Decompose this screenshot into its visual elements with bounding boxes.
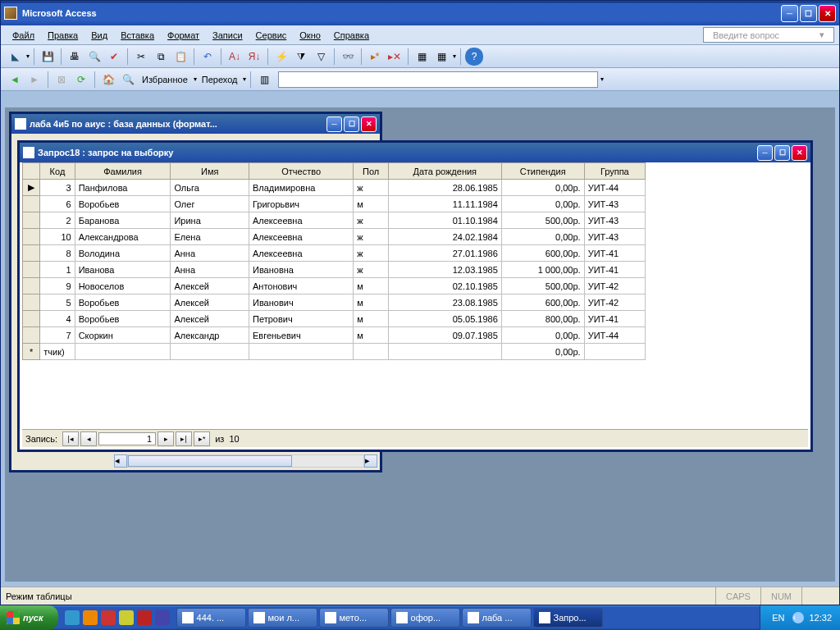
task-item[interactable]: мето... [319, 608, 389, 628]
db-titlebar[interactable]: лаба 4и5 по аиус : база данных (формат..… [11, 114, 380, 134]
nav-new-button[interactable]: ▸* [194, 431, 210, 446]
menu-edit[interactable]: Правка [41, 28, 84, 43]
filter-toggle-icon[interactable]: ▽ [312, 48, 330, 66]
nav-prev-button[interactable]: ◂ [80, 431, 97, 446]
menu-window[interactable]: Окно [293, 28, 327, 43]
favorites-menu[interactable]: Избранное [139, 75, 191, 84]
query-close-button[interactable]: ✕ [792, 145, 807, 161]
spell-icon[interactable]: ✔ [105, 48, 123, 66]
delete-record-icon[interactable]: ▸✕ [386, 48, 404, 66]
minimize-button[interactable]: ─ [781, 5, 798, 22]
new-record-icon[interactable]: ▸* [366, 48, 384, 66]
print-preview-icon[interactable]: 🔍 [85, 48, 103, 66]
db-hscrollbar[interactable]: ◂ ▸ [114, 454, 377, 468]
table-row[interactable]: ▶3ПанфиловаОльгаВладимировнаж28.06.19850… [23, 180, 646, 196]
address-input[interactable] [278, 71, 598, 88]
copy-icon[interactable]: ⧉ [152, 48, 170, 66]
table-row[interactable]: 1ИвановаАннаИвановнаж12.03.19851 000,00р… [23, 262, 646, 278]
query-minimize-button[interactable]: ─ [757, 145, 773, 161]
query-window[interactable]: Запрос18 : запрос на выборку ─ ☐ ✕ КодФа… [17, 140, 813, 452]
column-header[interactable]: Стипендия [501, 163, 584, 180]
folder-icon[interactable]: ▥ [255, 71, 273, 89]
menu-format[interactable]: Формат [161, 28, 206, 43]
cut-icon[interactable]: ✂ [132, 48, 150, 66]
lang-indicator[interactable]: EN [769, 613, 788, 623]
titlebar[interactable]: Microsoft Access ─ ☐ ✕ [1, 1, 839, 25]
ask-question-input[interactable]: Введите вопрос ▾ [703, 27, 834, 43]
scroll-left-icon[interactable]: ◂ [114, 454, 127, 468]
column-header[interactable]: Отчество [249, 163, 353, 180]
maximize-button[interactable]: ☐ [800, 5, 817, 22]
table-row[interactable]: 7СкоркинАлександрЕвгеньевичм09.07.19850,… [23, 327, 646, 344]
query-maximize-button[interactable]: ☐ [774, 145, 790, 161]
menu-file[interactable]: Файл [6, 28, 41, 43]
ql-icon[interactable] [155, 610, 170, 625]
home-icon[interactable]: 🏠 [99, 71, 117, 89]
task-item[interactable]: Запро... [533, 608, 603, 628]
print-icon[interactable]: 🖶 [66, 48, 84, 66]
db-window-icon[interactable]: ▦ [413, 48, 431, 66]
query-grid[interactable]: КодФамилияИмяОтчествоПолДата рожденияСти… [22, 162, 808, 428]
ql-icon[interactable] [101, 610, 116, 625]
search-icon[interactable]: 🔍 [119, 71, 137, 89]
table-row[interactable]: 6ВоробьевОлегГригорьвичм11.11.19840,00р.… [23, 196, 646, 212]
table-row[interactable]: 10АлександроваЕленаАлексеевнаж24.02.1984… [23, 229, 646, 245]
save-icon[interactable]: 💾 [39, 48, 57, 66]
db-close-button[interactable]: ✕ [361, 116, 377, 132]
start-button[interactable]: пуск [0, 605, 58, 630]
ql-icon[interactable] [65, 610, 80, 625]
task-item[interactable]: офор... [390, 608, 460, 628]
task-item[interactable]: 444. ... [176, 608, 246, 628]
find-icon[interactable]: 👓 [339, 48, 357, 66]
new-object-icon[interactable]: ▦ [432, 48, 450, 66]
column-header[interactable]: Код [40, 163, 75, 180]
close-button[interactable]: ✕ [819, 5, 836, 22]
help-icon[interactable]: ? [465, 48, 483, 66]
sort-asc-icon[interactable]: A↓ [226, 48, 244, 66]
table-row[interactable]: 5ВоробьевАлексейИвановичм23.08.1985600,0… [23, 294, 646, 311]
forward-icon[interactable]: ► [25, 71, 43, 89]
filter-form-icon[interactable]: ⧩ [292, 48, 310, 66]
table-row[interactable]: 8ВолодинаАннаАлексеевнаж27.01.1986600,00… [23, 245, 646, 262]
nav-first-button[interactable]: |◂ [62, 431, 79, 446]
db-maximize-button[interactable]: ☐ [344, 116, 359, 132]
sort-desc-icon[interactable]: Я↓ [245, 48, 263, 66]
view-button[interactable]: ◣ [6, 48, 24, 66]
scroll-right-icon[interactable]: ▸ [364, 454, 377, 468]
table-row[interactable]: 2БарановаИринаАлексеевнаж01.10.1984500,0… [23, 212, 646, 229]
task-item[interactable]: лаба ... [462, 608, 532, 628]
query-titlebar[interactable]: Запрос18 : запрос на выборку ─ ☐ ✕ [20, 143, 810, 162]
ql-icon[interactable] [83, 610, 98, 625]
stop-icon[interactable]: ⊠ [52, 71, 71, 89]
refresh-icon[interactable]: ⟳ [72, 71, 90, 89]
column-header[interactable]: Пол [354, 163, 388, 180]
menu-help[interactable]: Справка [327, 28, 376, 43]
table-new-row[interactable]: *тчик)0,00р. [23, 344, 646, 360]
menu-view[interactable]: Вид [84, 28, 114, 43]
ql-icon[interactable] [119, 610, 134, 625]
goto-menu[interactable]: Переход [199, 75, 241, 84]
menu-insert[interactable]: Вставка [114, 28, 161, 43]
paste-icon[interactable]: 📋 [171, 48, 189, 66]
table-row[interactable]: 4ВоробьевАлексейПетровичм05.05.1986800,0… [23, 311, 646, 327]
nav-next-button[interactable]: ▸ [158, 431, 174, 446]
filter-selection-icon[interactable]: ⚡ [272, 48, 290, 66]
ql-icon[interactable] [137, 610, 152, 625]
menu-tools[interactable]: Сервис [249, 28, 294, 43]
db-minimize-button[interactable]: ─ [326, 116, 342, 132]
back-icon[interactable]: ◄ [6, 71, 24, 89]
clock[interactable]: 12:32 [809, 613, 832, 623]
chevron-down-icon[interactable]: ▾ [813, 27, 831, 43]
tray-icon[interactable]: ‹ [792, 612, 804, 623]
nav-record-input[interactable] [98, 432, 156, 445]
nav-last-button[interactable]: ▸| [176, 431, 192, 446]
menu-records[interactable]: Записи [206, 28, 249, 43]
table-row[interactable]: 9НовоселовАлексейАнтоновичм02.10.1985500… [23, 278, 646, 294]
chevron-down-icon[interactable]: ▾ [600, 75, 604, 83]
column-header[interactable]: Фамилия [75, 163, 171, 180]
undo-icon[interactable]: ↶ [199, 48, 217, 66]
column-header[interactable]: Дата рождения [388, 163, 501, 180]
column-header[interactable]: Группа [584, 163, 645, 180]
column-header[interactable]: Имя [171, 163, 249, 180]
task-item[interactable]: мои л... [248, 608, 317, 628]
